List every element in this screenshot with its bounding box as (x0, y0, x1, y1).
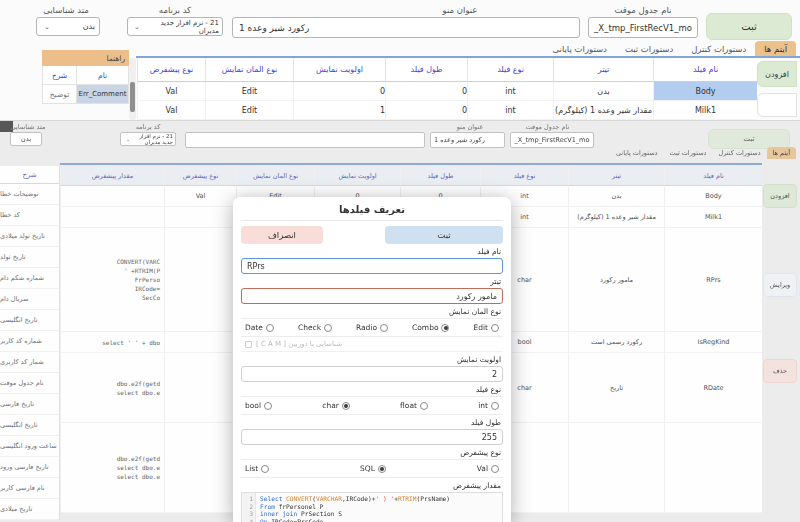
field-title-input[interactable]: مامور رکورد (241, 288, 503, 304)
table-row[interactable]: Body بدن int 0 0 Edit Val (137, 82, 757, 101)
field-length-input[interactable]: 255 (241, 429, 503, 445)
field-name-input[interactable]: RPrs (241, 258, 503, 274)
save-button[interactable]: ثبت (706, 13, 792, 40)
checkbox-icon[interactable] (245, 341, 252, 348)
secondary-action-button[interactable] (757, 93, 797, 117)
default-type-radios: Val SQL List (241, 459, 503, 478)
list-item[interactable]: شماره کد کاربر (0, 331, 59, 352)
menu-title-input[interactable]: رکورد شیر وعده 1 (232, 17, 580, 38)
dialog-save-button[interactable]: ثبت (385, 226, 503, 244)
bg-tab-items[interactable]: آیتم ها (767, 147, 796, 159)
sql-code-editor[interactable]: 1234567Select CONVERT(VARCHAR,IRCode)+' … (241, 492, 503, 522)
radio-checked-icon[interactable] (378, 465, 386, 473)
list-item[interactable]: شمار کد کاربری (0, 352, 59, 373)
bg-delete-button[interactable]: حذف (763, 359, 797, 383)
list-item[interactable]: نام جدول موقت (0, 373, 59, 394)
radio-icon[interactable] (491, 402, 499, 410)
radio-icon[interactable] (264, 402, 272, 410)
list-item[interactable]: تاریخ تولد میلادی (0, 226, 59, 247)
col-field-name[interactable]: نام فیلد (653, 58, 757, 82)
radio-int[interactable]: int (478, 401, 499, 410)
bg-detect-method-select[interactable]: بدن (10, 132, 42, 146)
list-item[interactable]: کد خطا (0, 205, 59, 226)
help-cell-name[interactable]: Err_Comment (76, 85, 129, 104)
bg-tab-final-commands[interactable]: دستورات پایانی (610, 147, 664, 159)
list-item[interactable]: تاریخ انگلیسی (0, 310, 59, 331)
radio-list[interactable]: List (245, 464, 269, 473)
add-button[interactable]: افزودن (757, 61, 797, 87)
list-item[interactable]: سریال دام (0, 289, 59, 310)
bg-menu-title-input[interactable]: رکورد شیر وعده 1 (430, 132, 505, 148)
list-item[interactable]: تاریخ فارسی ورود (0, 457, 59, 478)
program-code-label: کد برنامه (127, 5, 223, 15)
bg-menu-title-label: عنوان منو (435, 123, 505, 131)
radio-char[interactable]: char (322, 401, 350, 410)
radio-checked-icon[interactable] (342, 402, 350, 410)
vertical-scrollbar[interactable] (129, 58, 136, 120)
col-title[interactable]: تیتر (553, 58, 653, 82)
radio-icon[interactable] (420, 402, 428, 410)
radio-icon[interactable] (491, 324, 499, 332)
bg-save-button[interactable]: ثبت (708, 129, 790, 149)
radio-edit[interactable]: Edit (473, 323, 499, 332)
list-item[interactable]: تاریخ انگلیسی (0, 415, 59, 436)
radio-icon[interactable] (324, 324, 332, 332)
radio-check[interactable]: Check (298, 323, 332, 332)
radio-radio[interactable]: Radio (356, 323, 388, 332)
col-priority[interactable]: اولویت نمایش (293, 58, 385, 82)
scrollbar-thumb[interactable] (130, 82, 135, 112)
radio-sql[interactable]: SQL (360, 464, 386, 473)
camera-checkbox-label: شناسایی با دوربین [ C A M ] (256, 340, 342, 348)
priority-input[interactable]: 2 (241, 366, 503, 382)
radio-val[interactable]: Val (477, 464, 499, 473)
radio-float[interactable]: float (400, 401, 428, 410)
define-fields-dialog: تعریف فیلدها ثبت انصراف نام فیلد RPrs تی… (233, 197, 511, 522)
bg-cell-sql-preview: dbo.e2f(getdselect dbo.e (60, 353, 164, 423)
bg-cell-sql-preview: dbo.e2f(getdselect dbo.eselect dbo.e (60, 423, 164, 513)
radio-bool[interactable]: bool (245, 401, 272, 410)
radio-combo[interactable]: Combo (412, 323, 449, 332)
chevron-down-icon: ⌄ (44, 23, 50, 31)
chevron-down-icon: ⌄ (134, 23, 140, 31)
list-item[interactable]: تاریخ تولد (0, 247, 59, 268)
bg-tab-save-commands[interactable]: دستورات ثبت (664, 147, 713, 159)
temp-table-name-label: نام جدول موقت (588, 5, 698, 15)
temp-table-name-input[interactable]: _X_tmp_FirstRecV1_mo (588, 17, 698, 38)
bg-empty-input[interactable] (185, 132, 425, 148)
col-field-length[interactable]: طول فیلد (385, 58, 467, 82)
fields-table: نام فیلد تیتر نوع فیلد طول فیلد اولویت ن… (137, 58, 757, 120)
bg-add-button[interactable]: افزودن (763, 184, 797, 208)
radio-date[interactable]: Date (245, 323, 274, 332)
cell-field-name[interactable]: Body (653, 82, 757, 101)
bg-col-title: تیتر (568, 166, 664, 186)
table-row[interactable]: Milk1 مقدار شیر وعده 1 (کیلوگرم) int 0 1… (137, 101, 757, 120)
bg-detect-method-label: متد شناسایی (2, 123, 54, 131)
bg-cell: تاریخ (568, 353, 664, 423)
col-default-type[interactable]: نوع پیشفرض (137, 58, 205, 82)
list-item[interactable]: نام فارسی کاربر (0, 478, 59, 499)
radio-icon[interactable] (261, 465, 269, 473)
list-item[interactable]: توضیحات خطا (0, 184, 59, 205)
bg-temp-table-name-input[interactable]: _X_tmp_FirstRecV1_mo (510, 132, 594, 148)
list-item[interactable]: ساعت ورود انگلیسی (0, 436, 59, 457)
bg-program-code-select[interactable]: 21 - نرم افزار جدید مدیران ⌄ (120, 132, 176, 146)
bg-tab-control-commands[interactable]: دستورات کنترل (712, 147, 766, 159)
radio-icon[interactable] (380, 324, 388, 332)
radio-checked-icon[interactable] (441, 324, 449, 332)
program-code-value: 21 - نرم افزار جدید مدیران (143, 19, 219, 35)
program-code-select[interactable]: 21 - نرم افزار جدید مدیران ⌄ (127, 17, 223, 36)
list-item[interactable]: تاریخ میلادی (0, 499, 59, 520)
radio-icon[interactable] (491, 465, 499, 473)
bg-col-field-length: طول فیلد (400, 166, 480, 186)
col-element-type[interactable]: نوع المان نمایش (205, 58, 293, 82)
list-item[interactable]: شماره شکم دام (0, 268, 59, 289)
help-data-row[interactable]: Err_Comment توضیح (42, 85, 129, 104)
bg-edit-button[interactable]: ویرایش (763, 273, 797, 297)
dialog-cancel-button[interactable]: انصراف (241, 226, 323, 244)
radio-icon[interactable] (266, 324, 274, 332)
help-col-name: نام (76, 66, 129, 85)
detect-method-select[interactable]: بدن ⌄ (36, 17, 100, 36)
col-field-type[interactable]: نوع فیلد (467, 58, 553, 82)
cell-field-name[interactable]: Milk1 (653, 101, 757, 120)
list-item[interactable]: تاریخ فارسی (0, 394, 59, 415)
